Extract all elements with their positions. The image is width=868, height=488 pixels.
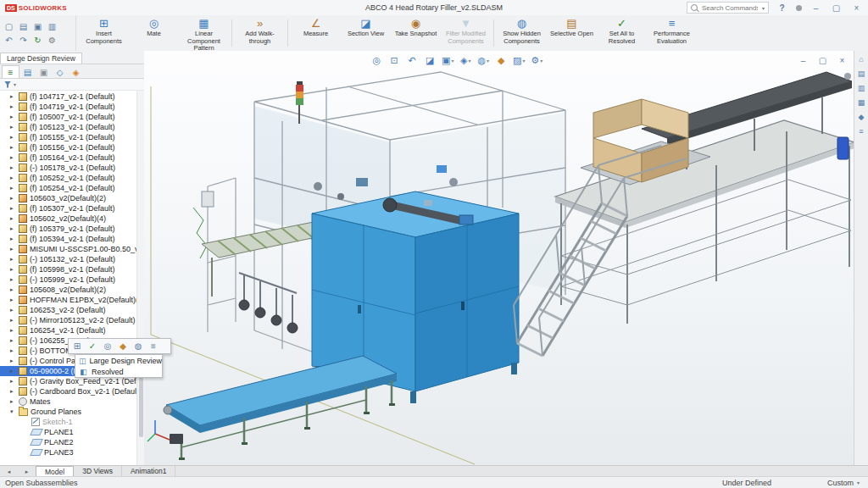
tree-item[interactable]: (f) 105164_v2-1 (Default) [0, 152, 144, 163]
expand-arrow-icon[interactable] [10, 317, 16, 324]
hide-show-icon[interactable] [477, 54, 489, 66]
tree-item[interactable]: 105603_v2(Default)(2) [0, 193, 144, 203]
tree-item[interactable]: (f) 105007_v2-1 (Default) [0, 112, 144, 122]
context-menu-item[interactable]: Large Design Review [75, 355, 162, 366]
tree-item[interactable]: MISUMI U-SSCSP1.00-B0.50_v2(U-SSCSP(304 … [0, 244, 144, 254]
tree-item[interactable]: HOFFMAN E1PBX_v2(Default)(2) [0, 295, 144, 305]
tree-item[interactable]: 105608_v2(Default)(2) [0, 285, 144, 295]
view-settings-icon[interactable] [531, 54, 542, 66]
restore-icon[interactable] [816, 54, 829, 67]
expand-arrow-icon[interactable] [10, 236, 16, 242]
expand-arrow-icon[interactable] [10, 408, 16, 415]
tree-item[interactable]: Sketch-1 [0, 417, 144, 427]
tree-item[interactable]: 106253_v2-2 (Default) [0, 305, 144, 315]
chevron-down-icon[interactable]: ▾ [762, 5, 765, 11]
ribbon-button[interactable]: Selective Open [547, 16, 597, 50]
expand-arrow-icon[interactable] [10, 327, 16, 334]
search-input[interactable] [700, 3, 760, 13]
tree-item[interactable]: (f) 105252_v2-1 (Default) [0, 173, 144, 183]
undo-icon[interactable] [3, 34, 15, 47]
display-style-icon[interactable] [459, 54, 471, 66]
edit-appearance-icon[interactable] [495, 54, 507, 66]
expand-arrow-icon[interactable] [10, 164, 16, 171]
ctx-list-icon[interactable] [147, 340, 160, 352]
tree-item[interactable]: Ground Planes [0, 407, 144, 417]
graphics-viewport[interactable] [144, 51, 854, 466]
tree-item[interactable]: Mates [0, 396, 144, 407]
expand-arrow-icon[interactable] [10, 307, 16, 313]
previous-view-icon[interactable] [406, 54, 418, 66]
expand-arrow-icon[interactable] [10, 246, 16, 252]
expand-arrow-icon[interactable] [10, 154, 16, 161]
expand-arrow-icon[interactable] [10, 297, 16, 303]
restore-icon[interactable] [830, 2, 843, 14]
view-orientation-icon[interactable] [442, 54, 453, 66]
minimize-icon[interactable] [797, 54, 810, 67]
expand-arrow-icon[interactable] [10, 225, 16, 232]
user-icon[interactable] [796, 5, 802, 11]
expand-arrow-icon[interactable] [10, 195, 16, 202]
tree-item[interactable]: (f) 105394_v2-1 (Default) [0, 234, 144, 244]
ribbon-button[interactable] [287, 19, 288, 47]
tree-item[interactable]: PLANE3 [0, 447, 144, 458]
ribbon-button[interactable]: Measure [291, 16, 341, 50]
ribbon-button[interactable] [493, 19, 494, 47]
ribbon-button[interactable] [231, 19, 232, 47]
expand-arrow-icon[interactable] [10, 388, 16, 395]
ribbon-button[interactable]: Add Walk-through [235, 16, 285, 50]
file-explorer-icon[interactable] [855, 82, 867, 94]
expand-arrow-icon[interactable] [10, 276, 16, 283]
expand-arrow-icon[interactable] [10, 185, 16, 191]
tree-item[interactable]: (f) 105123_v2-1 (Default) [0, 122, 144, 132]
expand-arrow-icon[interactable] [10, 144, 16, 151]
expand-arrow-icon[interactable] [10, 286, 16, 293]
tree-item[interactable]: (-) Mirror105123_v2-2 (Default) [0, 315, 144, 325]
tree-item[interactable]: (f) 105379_v2-1 (Default) [0, 224, 144, 234]
design-library-icon[interactable] [855, 68, 867, 80]
ctx-resolve-icon[interactable] [86, 340, 99, 352]
save-icon[interactable] [31, 20, 44, 33]
tree-item[interactable]: (f) 105254_v2-1 (Default) [0, 183, 144, 193]
expand-arrow-icon[interactable] [10, 378, 16, 385]
ctx-zoom-icon[interactable] [101, 340, 114, 352]
tree-item[interactable]: (f) 104717_v2-1 (Default) [0, 92, 144, 102]
help-icon[interactable] [776, 2, 788, 14]
expand-arrow-icon[interactable] [10, 134, 16, 141]
tree-item[interactable]: (-) Cardboard Box_v2-1 (Default) [0, 386, 144, 396]
tree-item[interactable]: PLANE1 [0, 427, 144, 437]
expand-arrow-icon[interactable] [10, 103, 16, 110]
custom-props-icon[interactable] [855, 125, 867, 137]
tree-item[interactable]: (-) 105132_v2-1 (Default) [0, 254, 144, 264]
filter-funnel-icon[interactable] [4, 81, 11, 88]
chevron-down-icon[interactable]: ▾ [857, 480, 860, 485]
ctx-open-icon[interactable] [70, 340, 84, 352]
document-tab[interactable]: Animation1 [122, 466, 176, 476]
expand-arrow-icon[interactable] [10, 93, 16, 100]
tree-item[interactable]: PLANE2 [0, 437, 144, 447]
ribbon-button[interactable]: Show Hidden Components [497, 16, 547, 50]
new-doc-icon[interactable] [3, 20, 15, 33]
model-canvas[interactable] [144, 51, 854, 466]
ctx-hide-icon[interactable] [131, 340, 145, 352]
resources-icon[interactable] [855, 53, 867, 65]
expand-arrow-icon[interactable] [10, 215, 16, 222]
tree-item[interactable]: (-) 105178_v2-1 (Default) [0, 163, 144, 173]
document-tab[interactable]: 3D Views [74, 466, 122, 476]
expand-arrow-icon[interactable] [10, 256, 16, 263]
close-icon[interactable] [850, 2, 863, 14]
tree-item[interactable]: (f) 105155_v2-1 (Default) [0, 132, 144, 142]
tree-item[interactable]: (f) 105998_v2-1 (Default) [0, 264, 144, 274]
open-doc-icon[interactable] [17, 20, 30, 33]
expand-arrow-icon[interactable] [10, 398, 16, 405]
expand-arrow-icon[interactable] [10, 124, 16, 130]
expand-arrow-icon[interactable] [10, 114, 16, 120]
ribbon-button[interactable]: Insert Components [79, 16, 129, 50]
tree-item[interactable]: (f) 105156_v2-1 (Default) [0, 142, 144, 152]
ribbon-button[interactable]: Set All to Resolved [597, 16, 647, 50]
expand-arrow-icon[interactable] [10, 358, 16, 364]
tree-item[interactable]: (f) 104719_v2-1 (Default) [0, 102, 144, 112]
ribbon-button[interactable]: Performance Evaluation [647, 16, 697, 50]
zoom-fit-icon[interactable] [370, 54, 382, 66]
appearances-icon[interactable] [855, 111, 867, 123]
tree-item[interactable]: (f) 105307_v2-1 (Default) [0, 203, 144, 214]
